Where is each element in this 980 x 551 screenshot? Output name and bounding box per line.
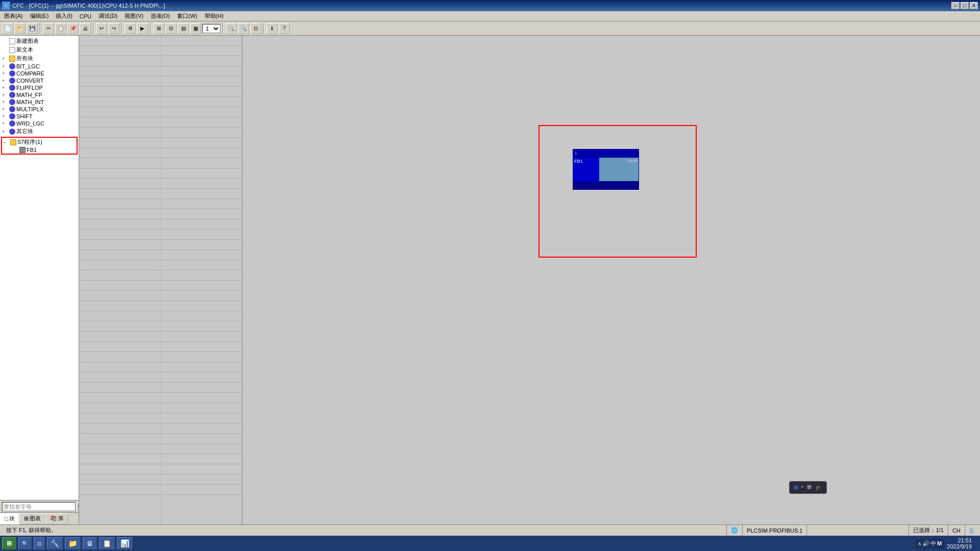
taskbar-app-4[interactable]: 📁: [65, 537, 81, 549]
toolbar-help[interactable]: ?: [279, 23, 290, 34]
menu-bar: 图表(A) 编辑(E) 插入(I) CPU 调试(D) 视图(V) 选项(O) …: [0, 11, 980, 21]
toolbar-zoom-out[interactable]: 🔍: [238, 23, 249, 34]
tab-charts[interactable]: ⊞ 图表: [19, 513, 45, 524]
toolbar-fit-page[interactable]: ⊡: [250, 23, 261, 34]
tab-blocks[interactable]: □ 块: [0, 513, 19, 524]
toolbar-properties[interactable]: ℹ: [266, 23, 278, 34]
toolbar-grid[interactable]: ⊟: [165, 23, 177, 34]
left-search: ▼ →: [0, 500, 79, 512]
fb-block[interactable]: 1 FB1 OB36 1.1: [573, 149, 639, 190]
tray-lang[interactable]: 中: [930, 540, 936, 547]
menu-window[interactable]: 窗口(W): [174, 11, 201, 21]
toolbar-copy[interactable]: 📋: [55, 23, 66, 34]
toolbar-new[interactable]: 📄: [2, 23, 13, 34]
menu-options[interactable]: 选项(O): [148, 11, 173, 21]
icon-shift: [9, 113, 15, 119]
taskbar-app-5[interactable]: 🖥: [83, 537, 97, 549]
icon-new-chart: [9, 38, 15, 44]
toolbar-undo[interactable]: ↩: [96, 23, 107, 34]
tab-library-icon: 📚: [50, 515, 57, 522]
menu-help[interactable]: 帮助(H): [202, 11, 227, 21]
tree-item-bit-lgc[interactable]: + BIT_LGC: [1, 63, 78, 70]
widget-text-2: 半: [806, 484, 812, 491]
minimize-button[interactable]: ─: [951, 2, 960, 9]
taskbar-app-7[interactable]: 📊: [117, 537, 133, 549]
menu-chart[interactable]: 图表(A): [1, 11, 26, 21]
label-math-int: MATH_INT: [16, 99, 44, 105]
tree-item-new-text[interactable]: 新文本: [1, 45, 78, 54]
taskbar-app-6[interactable]: 📋: [99, 537, 115, 549]
tree-item-multiplx[interactable]: + MULTIPLX: [1, 106, 78, 113]
simatic-icon: S: [969, 527, 974, 535]
tree-item-compare[interactable]: + COMPARE: [1, 70, 78, 77]
fb-label: FB1: [574, 159, 598, 164]
toolbar-paste[interactable]: 📌: [67, 23, 79, 34]
taskbar-app3-icon: 🔧: [51, 539, 59, 547]
tree-item-others[interactable]: + 其它块: [1, 127, 78, 136]
icon-all-blocks: [9, 56, 15, 62]
tree-item-math-fp[interactable]: + MATH_FP: [1, 91, 78, 98]
tab-charts-label: 图表: [30, 515, 41, 522]
close-button[interactable]: ✕: [970, 2, 978, 9]
tray-volume-icon[interactable]: 🔊: [922, 540, 929, 547]
toolbar-redo[interactable]: ↪: [108, 23, 119, 34]
maximize-button[interactable]: □: [961, 2, 969, 9]
taskbar-app7-icon: 📊: [120, 539, 129, 547]
expand-convert: +: [2, 78, 9, 83]
tree-item-flipflop[interactable]: + FLIPFLOP: [1, 84, 78, 91]
title-bar-buttons[interactable]: ─ □ ✕: [951, 2, 978, 9]
tab-library[interactable]: 📚 库: [45, 513, 68, 524]
toolbar-compile[interactable]: ⚙: [125, 23, 136, 34]
zoom-select[interactable]: 1 2 4: [202, 24, 220, 33]
tree-item-shift[interactable]: + SHIFT: [1, 113, 78, 120]
tab-charts-icon: ⊞: [24, 515, 29, 522]
label-bit-lgc: BIT_LGC: [16, 63, 40, 69]
expand-flipflop: +: [2, 85, 9, 90]
toolbar-save[interactable]: 💾: [27, 23, 38, 34]
widget-icon-2: 🎓: [815, 484, 822, 491]
tree-item-convert[interactable]: + CONVERT: [1, 77, 78, 84]
status-help: 按下 F1, 获得帮助。: [2, 525, 727, 536]
start-button[interactable]: ⊞: [2, 537, 16, 549]
toolbar-view1[interactable]: ▤: [178, 23, 189, 34]
toolbar: 📄 📂 💾 ✂ 📋 📌 🖨 ↩ ↪ ⚙ ▶ ⊞ ⊟ ▤ ▦ 1 2 4 🔍 🔍 …: [0, 21, 980, 36]
label-multiplx: MULTIPLX: [16, 106, 43, 112]
widget-text-1: °: [801, 485, 803, 491]
taskbar-search-icon: 🔍: [22, 541, 28, 546]
fb-value1: OB36: [600, 159, 638, 163]
label-convert: CONVERT: [16, 78, 44, 84]
expand-math-fp: +: [2, 92, 9, 97]
menu-view[interactable]: 视图(V): [121, 11, 146, 21]
tray-app-m[interactable]: M: [937, 540, 942, 546]
taskbar: ⊞ 🔍 ⊡ 🔧 📁 🖥 📋 📊 ∧ 🔊 中 M 21:51 2022/9/19: [0, 536, 980, 551]
tree-item-new-chart[interactable]: 新建图表: [1, 37, 78, 45]
taskbar-app-3[interactable]: 🔧: [47, 537, 63, 549]
label-fb1: FB1: [27, 147, 37, 153]
tree-item-wrd-lgc[interactable]: + WRD_LGC: [1, 120, 78, 127]
icon-others: [9, 129, 15, 135]
plcsim-text: PLCSIM.PROFIBUS.1: [747, 528, 802, 534]
tree-item-math-int[interactable]: + MATH_INT: [1, 98, 78, 106]
status-empty1: [807, 525, 909, 536]
tray-up-arrow[interactable]: ∧: [918, 541, 921, 546]
menu-cpu[interactable]: CPU: [77, 12, 94, 20]
tree-item-s7-program[interactable]: − S7程序(1): [2, 138, 77, 146]
toolbar-zoom-fit[interactable]: ⊞: [153, 23, 164, 34]
menu-edit[interactable]: 编辑(E): [27, 11, 52, 21]
tree-item-all-blocks[interactable]: + 所有块: [1, 54, 78, 63]
taskbar-search[interactable]: 🔍: [18, 537, 32, 549]
toolbar-open[interactable]: 📂: [14, 23, 26, 34]
menu-insert[interactable]: 插入(I): [53, 11, 75, 21]
status-network: 🌐: [727, 525, 743, 536]
menu-debug[interactable]: 调试(D): [95, 11, 120, 21]
separator-6: [263, 23, 264, 34]
toolbar-zoom-in[interactable]: 🔍: [226, 23, 237, 34]
tree-item-fb1[interactable]: FB1: [2, 146, 77, 154]
toolbar-print[interactable]: 🖨: [80, 23, 91, 34]
toolbar-run[interactable]: ▶: [137, 23, 148, 34]
floating-widget: ⊞ ° 半 🎓: [789, 481, 827, 494]
toolbar-cut[interactable]: ✂: [43, 23, 54, 34]
taskbar-task-view[interactable]: ⊡: [34, 537, 45, 549]
toolbar-view2[interactable]: ▦: [190, 23, 201, 34]
search-input[interactable]: [2, 502, 76, 511]
